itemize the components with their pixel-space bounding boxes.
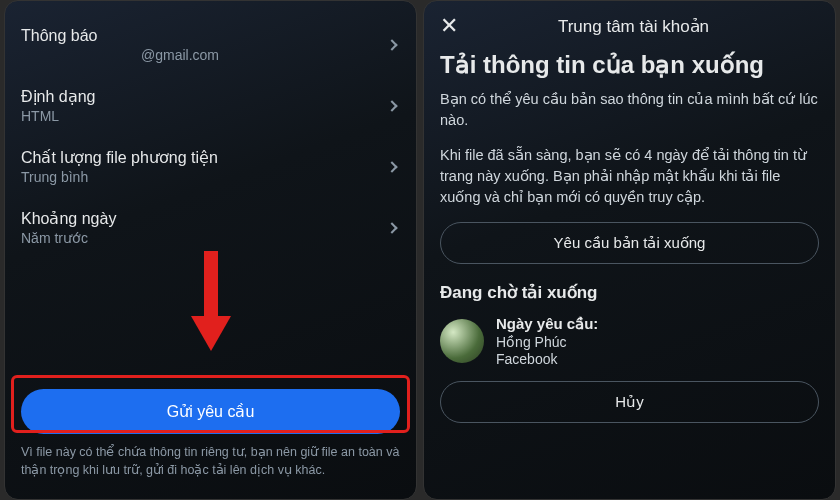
page-title: Tải thông tin của bạn xuống: [440, 51, 819, 79]
svg-marker-1: [191, 316, 231, 351]
setting-label: Khoảng ngày: [21, 209, 116, 228]
setting-date-range[interactable]: Khoảng ngày Năm trước: [21, 197, 400, 258]
pending-download-item[interactable]: Ngày yêu cầu: Hồng Phúc Facebook: [440, 315, 819, 367]
chevron-right-icon: [386, 222, 397, 233]
setting-label: Định dạng: [21, 87, 96, 106]
chevron-right-icon: [386, 100, 397, 111]
header-title: Trung tâm tài khoản: [478, 16, 789, 37]
setting-format[interactable]: Định dạng HTML: [21, 75, 400, 136]
chevron-right-icon: [386, 161, 397, 172]
setting-value: Trung bình: [21, 169, 218, 185]
setting-value: Năm trước: [21, 230, 116, 246]
setting-label: Thông báo: [21, 27, 219, 45]
cancel-button[interactable]: Hủy: [440, 381, 819, 423]
submit-request-button[interactable]: Gửi yêu cầu: [21, 389, 400, 434]
intro-paragraph-1: Bạn có thể yêu cầu bản sao thông tin của…: [440, 89, 819, 131]
left-screen: Thông báo @gmail.com Định dạng HTML Chất…: [4, 0, 417, 500]
setting-label: Chất lượng file phương tiện: [21, 148, 218, 167]
chevron-right-icon: [386, 39, 397, 50]
red-arrow-annotation: [186, 246, 236, 356]
setting-media-quality[interactable]: Chất lượng file phương tiện Trung bình: [21, 136, 400, 197]
user-name: Hồng Phúc: [496, 334, 598, 350]
privacy-footer-text: Vì file này có thể chứa thông tin riêng …: [21, 444, 400, 479]
setting-value: HTML: [21, 108, 96, 124]
user-avatar: [440, 319, 484, 363]
pending-heading: Đang chờ tải xuống: [440, 282, 819, 303]
right-screen: ✕ Trung tâm tài khoản Tải thông tin của …: [423, 0, 836, 500]
modal-header: ✕ Trung tâm tài khoản: [440, 15, 819, 37]
platform-name: Facebook: [496, 351, 598, 367]
setting-notification[interactable]: Thông báo @gmail.com: [21, 15, 400, 75]
close-icon[interactable]: ✕: [440, 15, 458, 37]
intro-paragraph-2: Khi file đã sẵn sàng, bạn sẽ có 4 ngày đ…: [440, 145, 819, 208]
setting-value: @gmail.com: [21, 47, 219, 63]
request-date-label: Ngày yêu cầu:: [496, 315, 598, 333]
request-download-button[interactable]: Yêu cầu bản tải xuống: [440, 222, 819, 264]
